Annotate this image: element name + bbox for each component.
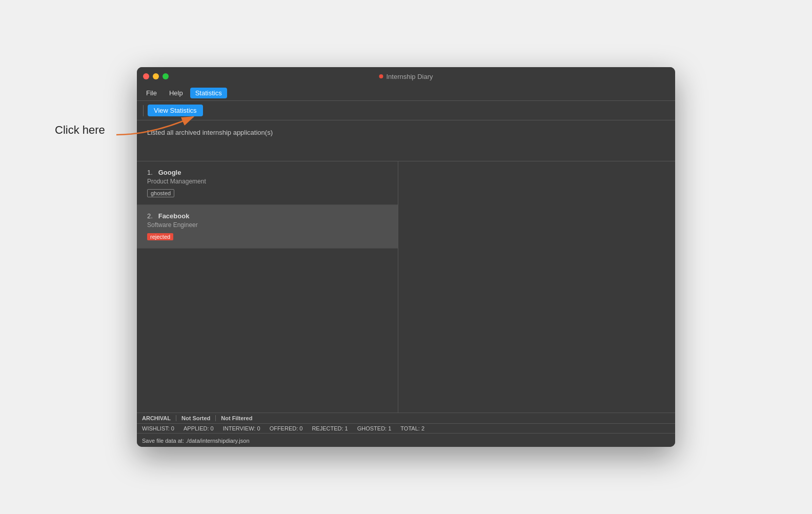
traffic-lights	[143, 73, 169, 79]
statusbar-row2: WISHLIST: 0 APPLIED: 0 INTERVIEW: 0 OFFE…	[137, 424, 675, 434]
toolbar: View Statistics	[137, 101, 675, 120]
statusbar-row3: Save file data at: ./data/internshipdiar…	[137, 434, 675, 447]
statusbar: ARCHIVAL Not Sorted Not Filtered WISHLIS…	[137, 413, 675, 447]
stat-interview: INTERVIEW: 0	[223, 425, 260, 431]
stat-wishlist: WISHLIST: 0	[142, 425, 174, 431]
app-item-2-status: rejected	[147, 233, 173, 240]
title-text: Internship Diary	[386, 73, 433, 80]
app-item-1-company: Google	[158, 169, 181, 176]
menu-help[interactable]: Help	[164, 88, 188, 98]
status-message: Listed all archived internship applicati…	[137, 120, 675, 161]
titlebar: Internship Diary	[137, 67, 675, 86]
annotation: Click here	[55, 124, 105, 137]
app-item-2[interactable]: 2. Facebook Software Engineer rejected	[137, 205, 398, 249]
title-dot	[379, 74, 383, 78]
save-path-text: Save file data at: ./data/internshipdiar…	[142, 438, 250, 444]
app-item-2-number: 2. Facebook	[147, 212, 388, 220]
stat-ghosted: GHOSTED: 1	[357, 425, 392, 431]
window-title: Internship Diary	[379, 73, 433, 80]
minimize-button[interactable]	[153, 73, 159, 79]
annotation-text: Click here	[55, 124, 105, 137]
app-item-1[interactable]: 1. Google Product Management ghosted	[137, 161, 398, 205]
app-item-1-number: 1. Google	[147, 169, 388, 176]
statusbar-row1: ARCHIVAL Not Sorted Not Filtered	[137, 413, 675, 424]
app-item-1-role: Product Management	[147, 178, 388, 185]
stat-total: TOTAL: 2	[400, 425, 424, 431]
app-item-1-status: ghosted	[147, 189, 174, 197]
stat-applied: APPLIED: 0	[184, 425, 214, 431]
detail-panel	[398, 161, 675, 413]
annotation-arrow	[111, 109, 214, 140]
main-content: 1. Google Product Management ghosted 2. …	[137, 161, 675, 413]
menubar: File Help Statistics	[137, 86, 675, 101]
list-panel: 1. Google Product Management ghosted 2. …	[137, 161, 398, 413]
menu-statistics[interactable]: Statistics	[190, 88, 227, 98]
statusbar-sort: Not Sorted	[181, 415, 216, 421]
page-wrapper: Click here Internship Diary	[137, 67, 675, 447]
main-window: Internship Diary File Help Statistics Vi…	[137, 67, 675, 447]
menu-file[interactable]: File	[141, 88, 162, 98]
statusbar-mode: ARCHIVAL	[142, 415, 176, 421]
statusbar-filter: Not Filtered	[221, 415, 257, 421]
app-item-2-role: Software Engineer	[147, 221, 388, 229]
close-button[interactable]	[143, 73, 149, 79]
maximize-button[interactable]	[163, 73, 169, 79]
app-item-2-company: Facebook	[158, 212, 190, 220]
stat-rejected: REJECTED: 1	[312, 425, 348, 431]
stat-offered: OFFERED: 0	[270, 425, 303, 431]
